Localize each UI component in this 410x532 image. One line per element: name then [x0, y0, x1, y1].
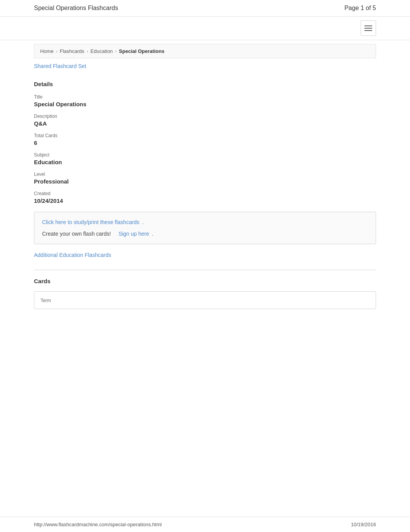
top-nav-area [0, 17, 410, 40]
signup-link[interactable]: Sign up here [119, 231, 149, 237]
detail-created-row: Created 10/24/2014 [34, 191, 376, 204]
detail-description-row: Description Q&A [34, 114, 376, 127]
cards-heading: Cards [34, 278, 376, 284]
create-text: Create your own flash cards! [42, 231, 111, 237]
hamburger-line-3 [364, 30, 372, 31]
signup-dot: . [152, 231, 153, 237]
main-content: Home › Flashcards › Education › Special … [0, 44, 410, 309]
detail-subject-row: Subject Education [34, 152, 376, 165]
term-label: Term [41, 298, 51, 303]
additional-education-flashcards-link[interactable]: Additional Education Flashcards [34, 252, 376, 258]
detail-created-value: 10/24/2014 [34, 197, 376, 204]
page-footer: http://www.flashcardmachine.com/special-… [0, 517, 410, 532]
breadcrumb-flashcards[interactable]: Flashcards [60, 48, 85, 54]
shared-flashcard-set-link[interactable]: Shared Flashcard Set [34, 63, 376, 69]
hamburger-line-1 [364, 25, 372, 26]
details-heading: Details [34, 81, 376, 87]
term-box: Term [34, 291, 376, 309]
info-box: Click here to study/print these flashcar… [34, 212, 376, 244]
section-divider [34, 270, 376, 270]
study-dot: . [142, 219, 144, 225]
detail-title-label: Title [34, 94, 376, 100]
detail-created-label: Created [34, 191, 376, 196]
footer-url: http://www.flashcardmachine.com/special-… [34, 522, 162, 527]
study-print-link[interactable]: Click here to study/print these flashcar… [42, 219, 139, 225]
detail-total-cards-label: Total Cards [34, 133, 376, 138]
breadcrumb: Home › Flashcards › Education › Special … [34, 44, 376, 58]
detail-description-value: Q&A [34, 120, 376, 127]
breadcrumb-special-operations: Special Operations [119, 48, 164, 54]
detail-subject-label: Subject [34, 152, 376, 158]
detail-description-label: Description [34, 114, 376, 119]
detail-level-row: Level Professional [34, 172, 376, 185]
detail-total-cards-row: Total Cards 6 [34, 133, 376, 146]
detail-title-row: Title Special Operations [34, 94, 376, 107]
hamburger-line-2 [364, 28, 372, 29]
detail-level-label: Level [34, 172, 376, 177]
menu-button[interactable] [361, 20, 376, 36]
detail-total-cards-value: 6 [34, 139, 376, 146]
details-section: Details Title Special Operations Descrip… [34, 81, 376, 204]
study-print-row: Click here to study/print these flashcar… [42, 219, 368, 225]
page-header: Special Operations Flashcards Page 1 of … [0, 0, 410, 17]
detail-subject-value: Education [34, 159, 376, 165]
breadcrumb-sep-1: › [56, 49, 58, 54]
create-cards-row: Create your own flash cards! Sign up her… [42, 231, 368, 237]
cards-section: Cards Term [34, 278, 376, 309]
page-title: Special Operations Flashcards [34, 5, 118, 12]
breadcrumb-sep-2: › [86, 49, 88, 54]
detail-level-value: Professional [34, 178, 376, 185]
breadcrumb-home[interactable]: Home [40, 48, 54, 54]
footer-date: 10/19/2016 [351, 522, 376, 527]
page-number: Page 1 of 5 [344, 5, 376, 12]
breadcrumb-sep-3: › [115, 49, 117, 54]
breadcrumb-education[interactable]: Education [90, 48, 113, 54]
detail-title-value: Special Operations [34, 101, 376, 107]
